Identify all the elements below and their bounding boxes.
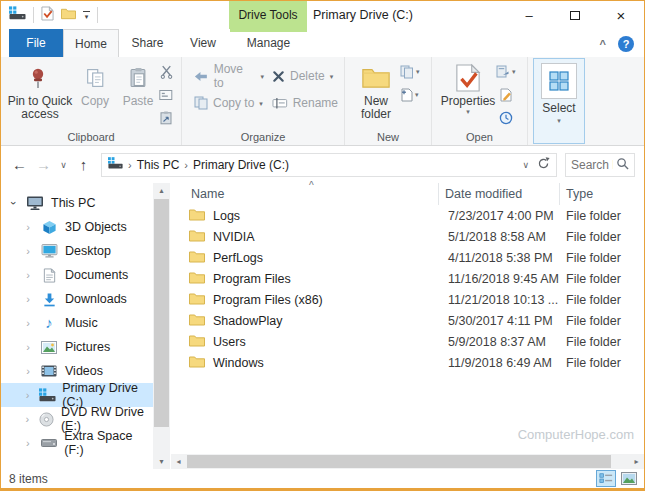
help-icon[interactable]: ? [618, 36, 634, 52]
chevron-collapsed-icon[interactable]: › [23, 245, 33, 257]
details-view-button[interactable] [596, 470, 616, 487]
rename-button[interactable]: Rename [268, 92, 342, 114]
sidebar-item-extra-space-drive[interactable]: › Extra Space (F:) [1, 431, 153, 455]
history-button[interactable] [496, 108, 516, 127]
sidebar-item-pictures[interactable]: › Pictures [1, 335, 153, 359]
chevron-collapsed-icon[interactable]: › [23, 389, 32, 401]
customize-qat-icon[interactable]: ▾ [83, 11, 90, 19]
search-box[interactable] [565, 153, 635, 177]
copy-icon [86, 60, 105, 95]
sidebar-item-documents[interactable]: › Documents [1, 263, 153, 287]
properties-shortcut-icon[interactable] [41, 6, 54, 25]
open-button[interactable]: ▾ [496, 62, 516, 81]
search-icon[interactable] [616, 156, 629, 174]
table-row[interactable]: PerfLogs 4/11/2018 5:38 PM File folder [171, 247, 644, 268]
delete-button[interactable]: Delete ▾ [268, 65, 342, 87]
sidebar-item-videos[interactable]: › Videos [1, 359, 153, 383]
tab-manage[interactable]: Manage [230, 29, 307, 57]
sidebar-item-dvd-drive[interactable]: › DVD RW Drive (E:) [1, 407, 153, 431]
column-header-date-modified[interactable]: Date modified [438, 183, 559, 205]
sidebar-item-primary-drive[interactable]: › Primary Drive (C:) [1, 383, 153, 407]
button-label: Pin to Quick access [7, 95, 73, 121]
file-date: 11/21/2018 10:13 ... [438, 293, 559, 307]
paste-button[interactable]: Paste [117, 57, 159, 108]
new-folder-shortcut-icon[interactable] [61, 6, 76, 24]
maximize-button[interactable] [552, 1, 598, 29]
table-row[interactable]: Program Files 11/16/2018 9:45 AM File fo… [171, 268, 644, 289]
forward-button[interactable]: → [33, 156, 54, 173]
copy-button[interactable]: Copy [73, 57, 117, 108]
file-type: File folder [559, 314, 644, 328]
table-row[interactable]: Users 5/9/2018 8:37 AM File folder [171, 331, 644, 352]
horizontal-scrollbar[interactable]: ◂ ▸ [171, 454, 644, 469]
drive-tools-contextual-tab[interactable]: Drive Tools [229, 1, 307, 29]
sidebar-item-this-pc[interactable]: › This PC [1, 191, 153, 215]
pin-to-quick-access-button[interactable]: Pin to Quick access [7, 57, 73, 121]
sidebar-item-music[interactable]: › ♪ Music [1, 311, 153, 335]
sidebar-item-desktop[interactable]: › Desktop [1, 239, 153, 263]
chevron-collapsed-icon[interactable]: › [23, 413, 32, 425]
column-header-type[interactable]: Type [559, 183, 644, 205]
chevron-collapsed-icon[interactable]: › [23, 221, 33, 233]
table-row[interactable]: Windows 11/9/2018 6:49 AM File folder [171, 352, 644, 373]
new-item-button[interactable]: ▾ [400, 85, 420, 104]
chevron-collapsed-icon[interactable]: › [23, 293, 33, 305]
scroll-right-icon[interactable]: ▸ [629, 454, 644, 469]
file-name: Logs [213, 209, 240, 223]
sort-ascending-icon[interactable]: ^ [309, 180, 314, 191]
close-button[interactable]: × [598, 1, 644, 29]
sidebar-vertical-scrollbar[interactable]: ▴ ▾ [153, 183, 170, 469]
scrollbar-thumb[interactable] [154, 199, 169, 427]
button-label: Move to [214, 62, 256, 90]
chevron-expanded-icon[interactable]: › [8, 198, 20, 208]
edit-button[interactable] [496, 85, 516, 104]
tab-view[interactable]: View [176, 29, 230, 57]
chevron-collapsed-icon[interactable]: › [23, 437, 33, 449]
chevron-collapsed-icon[interactable]: › [23, 365, 33, 377]
scrollbar-thumb[interactable] [187, 455, 611, 468]
open-small-buttons: ▾ [496, 57, 516, 127]
sidebar-item-3d-objects[interactable]: › 3D Objects [1, 215, 153, 239]
chevron-collapsed-icon[interactable]: › [23, 269, 33, 281]
large-icons-view-button[interactable] [619, 470, 639, 487]
file-date: 11/16/2018 9:45 AM [438, 272, 559, 286]
minimize-ribbon-icon[interactable]: ^ [600, 38, 606, 50]
tab-home[interactable]: Home [63, 29, 119, 57]
recent-locations-dropdown[interactable]: ∨ [57, 160, 70, 170]
back-button[interactable]: ← [9, 156, 30, 173]
refresh-icon[interactable] [537, 157, 550, 173]
copy-to-button[interactable]: Copy to ▾ [190, 92, 268, 114]
move-to-button[interactable]: Move to ▾ [190, 65, 268, 87]
file-date: 5/9/2018 8:37 AM [438, 335, 559, 349]
scroll-down-icon[interactable]: ▾ [153, 454, 170, 469]
table-row[interactable]: ShadowPlay 5/30/2017 4:11 PM File folder [171, 310, 644, 331]
table-row[interactable]: Program Files (x86) 11/21/2018 10:13 ...… [171, 289, 644, 310]
paste-shortcut-button[interactable] [159, 108, 173, 127]
select-button[interactable]: Select ▾ [533, 58, 585, 144]
button-label: Paste [123, 95, 154, 108]
cut-button[interactable] [159, 62, 173, 81]
copy-path-button[interactable] [159, 85, 173, 104]
breadcrumb-current[interactable]: Primary Drive (C:) [193, 158, 289, 172]
column-header-name[interactable]: Name [171, 187, 438, 201]
chevron-collapsed-icon[interactable]: › [23, 341, 33, 353]
easy-access-button[interactable]: ▾ [400, 62, 420, 81]
chevron-collapsed-icon[interactable]: › [23, 317, 33, 329]
sidebar-item-downloads[interactable]: › Downloads [1, 287, 153, 311]
scroll-up-icon[interactable]: ▴ [153, 183, 170, 198]
new-small-buttons: ▾ ▾ [400, 57, 420, 104]
tab-file[interactable]: File [9, 29, 63, 57]
up-button[interactable]: ↑ [73, 156, 94, 173]
file-date: 5/1/2018 8:58 AM [438, 230, 559, 244]
properties-button[interactable]: Properties ▾ [440, 57, 496, 115]
tab-share[interactable]: Share [119, 29, 176, 57]
address-dropdown-icon[interactable]: ∨ [522, 160, 529, 170]
table-row[interactable]: Logs 7/23/2017 4:00 PM File folder [171, 205, 644, 226]
new-folder-button[interactable]: New folder [352, 57, 400, 121]
scroll-left-icon[interactable]: ◂ [171, 454, 186, 469]
minimize-button[interactable]: – [506, 1, 552, 29]
table-row[interactable]: NVIDIA 5/1/2018 8:58 AM File folder [171, 226, 644, 247]
breadcrumb-this-pc[interactable]: This PC [137, 158, 180, 172]
search-input[interactable] [571, 158, 613, 172]
address-bar[interactable]: › This PC › Primary Drive (C:) ∨ [101, 153, 557, 177]
